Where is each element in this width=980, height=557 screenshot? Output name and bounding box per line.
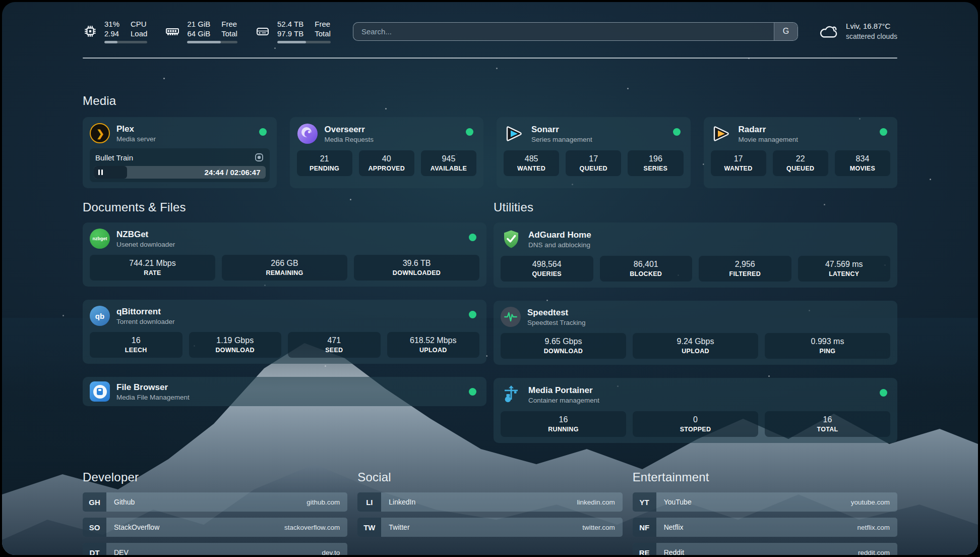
service-card-sonarr[interactable]: Sonarr Series management 485 WANTED 17 Q… (497, 117, 691, 188)
service-desc: Torrent downloader (116, 317, 175, 326)
bookmark-abbr: NF (633, 518, 656, 537)
service-desc: Movie management (739, 135, 799, 144)
service-desc: Speedtest Tracking (527, 318, 586, 327)
bookmark-github[interactable]: GH Github github.com (83, 492, 347, 512)
playback-elapsed (94, 166, 127, 179)
stat-block: 22 QUEUED (773, 150, 828, 176)
status-dot (469, 311, 476, 318)
bookmark-name: DEV (114, 548, 129, 555)
status-dot (880, 128, 887, 136)
service-card-overseerr[interactable]: Overseerr Media Requests 21 PENDING 40 A… (290, 117, 484, 188)
stat-block: 16 RUNNING (501, 411, 626, 437)
pause-icon (98, 170, 100, 175)
section-title-developer: Developer (83, 470, 347, 484)
cpu-widget: 31% 2.94 CPU Load (83, 19, 147, 43)
service-name: qBittorrent (116, 306, 175, 317)
bookmarks-developer: GH Github github.com SO StackOverflow st… (83, 492, 347, 555)
bookmark-name: Github (114, 498, 135, 506)
service-name: NZBGet (116, 229, 175, 240)
service-desc: Media File Management (116, 393, 190, 402)
stat-block: 471 SEED (288, 332, 381, 358)
disk-icon (255, 24, 271, 39)
service-card-adguard[interactable]: AdGuard Home DNS and adblocking 498,564 … (494, 222, 897, 288)
disk-widget: 52.4 TB 97.9 TB Free Total (255, 19, 331, 43)
service-desc: Usenet downloader (116, 240, 175, 249)
bookmark-abbr: SO (83, 518, 106, 537)
bookmark-abbr: RE (633, 543, 656, 555)
stat-block: 0 STOPPED (633, 411, 758, 437)
bookmark-dev[interactable]: DT DEV dev.to (83, 543, 347, 555)
service-card-speedtest[interactable]: Speedtest Speedtest Tracking 9.65 Gbps D… (494, 301, 897, 365)
service-card-plex[interactable]: ❯ Plex Media server Bullet Train (83, 117, 277, 188)
memory-total-value: 64 GiB (187, 29, 210, 38)
service-name: Overseerr (325, 124, 374, 135)
qbittorrent-icon: qb (90, 306, 110, 326)
service-card-radarr[interactable]: Radarr Movie management 17 WANTED 22 QUE… (704, 117, 898, 188)
cloud-icon (818, 23, 839, 40)
stat-block: 2,956 FILTERED (699, 256, 791, 282)
disk-progress-fill (277, 41, 306, 43)
stat-block: 498,564 QUERIES (501, 256, 593, 282)
media-grid: ❯ Plex Media server Bullet Train (83, 117, 897, 188)
cpu-percent: 31% (104, 19, 119, 29)
bookmarks-entertainment: YT YouTube youtube.com NF Netflix netfli… (633, 492, 897, 555)
bookmark-name: Twitter (389, 523, 409, 531)
service-name: File Browser (116, 382, 190, 393)
bookmark-linkedin[interactable]: LI LinkedIn linkedin.com (357, 492, 622, 512)
bookmark-abbr: TW (357, 518, 381, 537)
search-provider-button[interactable]: G (774, 23, 798, 40)
status-dot (259, 128, 267, 136)
bookmark-url: linkedin.com (577, 498, 615, 506)
search-input[interactable] (353, 23, 774, 40)
bookmark-stackoverflow[interactable]: SO StackOverflow stackoverflow.com (83, 518, 347, 537)
service-name: Sonarr (531, 124, 592, 135)
plex-now-playing: Bullet Train 24:44 / 02:06:47 (90, 148, 270, 182)
cpu-label: CPU (131, 19, 147, 29)
bookmark-youtube[interactable]: YT YouTube youtube.com (633, 492, 897, 512)
bookmark-twitter[interactable]: TW Twitter twitter.com (357, 518, 622, 537)
memory-progress-fill (187, 41, 221, 43)
service-card-portainer[interactable]: Media Portainer Container management 16 … (494, 378, 897, 443)
stat-block: 485 WANTED (504, 150, 559, 176)
bookmark-reddit[interactable]: RE Reddit reddit.com (633, 543, 897, 555)
status-dot (469, 234, 476, 241)
bookmark-url: reddit.com (858, 549, 890, 555)
cpu-icon (83, 24, 98, 39)
service-name: Plex (116, 124, 156, 135)
cpu-load-value: 2.94 (104, 29, 119, 38)
stat-block: 196 SERIES (628, 150, 683, 176)
section-title-media: Media (83, 94, 897, 108)
snow-particles (2, 2, 4, 4)
section-title-utilities: Utilities (494, 200, 897, 214)
bookmark-netflix[interactable]: NF Netflix netflix.com (633, 518, 897, 537)
stat-block: 47.569 ms LATENCY (798, 256, 891, 282)
bookmark-name: YouTube (664, 498, 692, 506)
memory-widget: 21 GiB 64 GiB Free Total (164, 19, 237, 43)
service-desc: Series management (531, 135, 592, 144)
bookmark-abbr: YT (633, 492, 656, 512)
section-title-entertainment: Entertainment (633, 470, 897, 484)
service-card-nzbget[interactable]: nzbget NZBGet Usenet downloader 744.21 M… (83, 222, 486, 287)
bookmark-name: Netflix (664, 523, 684, 531)
adguard-icon (501, 229, 522, 250)
sonarr-icon (504, 123, 525, 144)
bookmark-url: netflix.com (857, 524, 890, 531)
playback-progress-bar[interactable]: 24:44 / 02:06:47 (94, 166, 266, 179)
overseerr-icon (297, 123, 318, 144)
service-card-qbittorrent[interactable]: qb qBittorrent Torrent downloader 16 LEE… (83, 300, 486, 364)
bookmark-abbr: DT (83, 543, 106, 555)
stat-block: 1.19 Gbps DOWNLOAD (189, 332, 282, 358)
status-dot (466, 128, 473, 136)
stat-block: 266 GB REMAINING (222, 255, 347, 281)
bookmarks-social: LI LinkedIn linkedin.com TW Twitter twit… (357, 492, 622, 555)
disk-progress-track (277, 41, 331, 43)
status-dot (673, 128, 681, 136)
cpu-load-label: Load (131, 29, 147, 38)
service-name: Speedtest (527, 307, 586, 318)
service-desc: DNS and adblocking (528, 241, 591, 249)
speedtest-icon (501, 307, 521, 327)
cpu-progress-fill (104, 41, 117, 43)
stat-block: 21 PENDING (297, 150, 352, 176)
header-divider (83, 58, 897, 59)
service-card-filebrowser[interactable]: File Browser Media File Management (83, 377, 486, 406)
